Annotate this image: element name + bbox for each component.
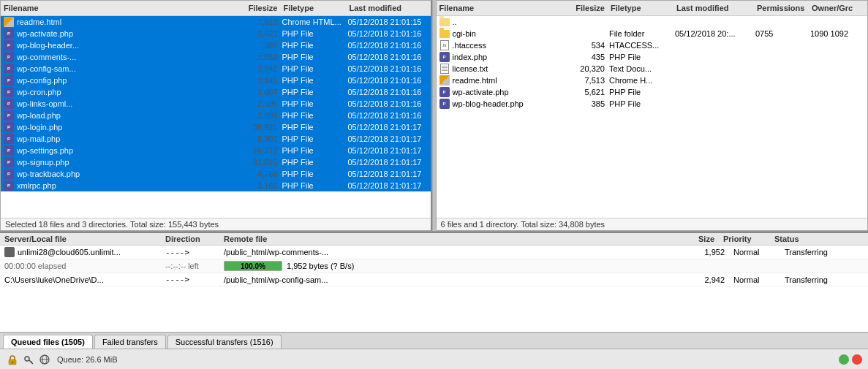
table-row[interactable]: P xmlrpc.php 3,165 PHP File 05/12/2018 2…: [1, 180, 431, 191]
table-row[interactable]: cgi-bin File folder 05/12/2018 20:... 07…: [437, 28, 868, 39]
file-size: 4,766: [243, 170, 281, 178]
file-type: Chrome H...: [608, 76, 673, 85]
file-icon: P: [438, 99, 451, 109]
file-modified: 05/12/2018 21:01:16: [347, 53, 431, 61]
file-name: wp-load.php: [15, 111, 243, 120]
svg-point-1: [12, 361, 14, 363]
right-col-permissions[interactable]: Permissions: [754, 2, 809, 14]
right-col-modified[interactable]: Last modified: [673, 2, 754, 14]
progress-bar: 100.0%: [224, 261, 282, 271]
transfer-row[interactable]: C:\Users\luke\OneDrive\D... ----> /publi…: [0, 273, 868, 286]
table-row[interactable]: P wp-config-sam... 2,942 PHP File 05/12/…: [1, 63, 431, 75]
table-row[interactable]: P wp-comments-... 1,952 PHP File 05/12/2…: [1, 51, 431, 63]
file-size: 1,952: [243, 53, 281, 61]
table-row[interactable]: P wp-login.php 38,921 PHP File 05/12/201…: [1, 121, 431, 133]
file-icon: P: [438, 87, 451, 97]
table-row[interactable]: P wp-config.php 3,145 PHP File 05/12/201…: [1, 75, 431, 86]
file-type: PHP File: [281, 53, 347, 61]
file-size: 8,301: [243, 134, 281, 143]
table-row[interactable]: license.txt 20,320 Text Docu...: [437, 63, 868, 75]
file-name: wp-config-sam...: [15, 64, 243, 73]
right-status-bar: 6 files and 1 directory. Total size: 34,…: [437, 218, 868, 230]
file-name: wp-config.php: [15, 76, 243, 85]
table-row[interactable]: P wp-activate.php 5,621 PHP File: [437, 86, 868, 98]
svg-point-2: [25, 357, 29, 361]
table-row[interactable]: ..: [437, 16, 868, 28]
table-row[interactable]: P wp-load.php 3,399 PHP File 05/12/2018 …: [1, 110, 431, 121]
file-size: 5,621: [565, 88, 608, 96]
transfer-col-status: Status: [770, 234, 858, 244]
file-type: PHP File: [281, 146, 347, 155]
file-name: wp-settings.php: [15, 146, 243, 155]
transfer-col-direction: Direction: [161, 234, 219, 244]
right-file-list[interactable]: .. cgi-bin File folder 05/12/2018 20:...…: [437, 16, 868, 218]
table-row[interactable]: P wp-trackback.php 4,766 PHP File 05/12/…: [1, 168, 431, 180]
right-panel-wrapper: Filename Filesize Filetype Last modified…: [437, 0, 869, 231]
server-local-cell: C:\Users\luke\OneDrive\D...: [0, 275, 161, 285]
tab-item[interactable]: Successful transfers (1516): [167, 335, 282, 349]
server-local-cell: unlimi28@cloud605.unlimit...: [0, 246, 161, 258]
file-name: wp-activate.php: [451, 88, 566, 96]
transfer-body[interactable]: unlimi28@cloud605.unlimit... ----> /publ…: [0, 246, 868, 332]
file-modified: 05/12/2018 21:01:16: [347, 99, 431, 108]
table-row[interactable]: .ht .htaccess 534 HTACCESS...: [437, 39, 868, 51]
left-col-filename[interactable]: Filename: [1, 2, 243, 14]
status-text: [780, 265, 868, 267]
left-file-list[interactable]: readme.html 7,513 Chrome HTML... 05/12/2…: [1, 16, 431, 218]
file-name: index.php: [451, 53, 566, 61]
table-row[interactable]: P wp-blog-header... 385 PHP File 05/12/2…: [1, 39, 431, 51]
right-col-filename[interactable]: Filename: [437, 2, 566, 14]
progress-text: 100.0%: [224, 262, 282, 270]
file-name: wp-activate.php: [15, 29, 243, 38]
right-col-filesize[interactable]: Filesize: [565, 2, 608, 14]
file-size: 3,165: [243, 181, 281, 190]
table-row[interactable]: P wp-activate.php 5,621 PHP File 05/12/2…: [1, 28, 431, 39]
file-modified: 05/12/2018 20:...: [673, 29, 754, 38]
table-row[interactable]: readme.html 7,513 Chrome H...: [437, 75, 868, 86]
server-icon: [38, 353, 51, 366]
file-icon: P: [2, 157, 15, 167]
transfer-header: Server/Local file Direction Remote file …: [0, 233, 868, 246]
file-icon: P: [2, 99, 15, 109]
svg-line-4: [31, 362, 32, 362]
file-type: PHP File: [608, 88, 673, 96]
table-row[interactable]: P wp-cron.php 3,807 PHP File 05/12/2018 …: [1, 86, 431, 98]
file-icon: P: [2, 64, 15, 74]
tab-item[interactable]: Failed transfers: [94, 335, 166, 349]
right-col-filetype[interactable]: Filetype: [608, 2, 673, 14]
file-modified: 05/12/2018 21:01:17: [347, 146, 431, 155]
file-modified: 05/12/2018 21:01:15: [347, 18, 431, 26]
file-type: PHP File: [281, 134, 347, 143]
table-row[interactable]: P index.php 435 PHP File: [437, 51, 868, 63]
file-type: PHP File: [281, 64, 347, 73]
table-row[interactable]: P wp-mail.php 8,301 PHP File 05/12/2018 …: [1, 133, 431, 145]
file-size: 20,320: [565, 64, 608, 73]
file-icon: [438, 75, 451, 85]
file-size: 385: [243, 41, 281, 50]
file-size: 5,621: [243, 29, 281, 38]
right-col-owner[interactable]: Owner/Grc: [809, 2, 867, 14]
left-col-filetype[interactable]: Filetype: [281, 2, 347, 14]
left-col-filesize[interactable]: Filesize: [243, 2, 281, 14]
file-type: PHP File: [608, 99, 673, 108]
file-icon: P: [2, 40, 15, 50]
file-modified: 05/12/2018 21:01:16: [347, 76, 431, 85]
file-name: cgi-bin: [451, 29, 566, 38]
transfer-row[interactable]: 00:00:00 elapsed --:--:-- left 100.0% 1,…: [0, 259, 868, 273]
transfer-col-priority: Priority: [719, 234, 770, 244]
table-row[interactable]: P wp-signup.php 31,015 PHP File 05/12/20…: [1, 156, 431, 168]
table-row[interactable]: P wp-settings.php 16,717 PHP File 05/12/…: [1, 145, 431, 156]
transfer-section: Server/Local file Direction Remote file …: [0, 232, 868, 349]
left-col-modified[interactable]: Last modified: [347, 2, 431, 14]
transfer-row[interactable]: unlimi28@cloud605.unlimit... ----> /publ…: [0, 246, 868, 259]
file-name: readme.html: [15, 18, 243, 26]
table-row[interactable]: readme.html 7,513 Chrome HTML... 05/12/2…: [1, 16, 431, 28]
file-type: PHP File: [281, 158, 347, 167]
file-modified: 05/12/2018 21:01:16: [347, 29, 431, 38]
table-row[interactable]: P wp-blog-header.php 385 PHP File: [437, 98, 868, 110]
file-modified: 05/12/2018 21:01:17: [347, 170, 431, 178]
file-icon: P: [2, 134, 15, 144]
green-dot: [839, 354, 849, 365]
tab-item[interactable]: Queued files (1505): [3, 335, 93, 349]
table-row[interactable]: P wp-links-opml... 2,505 PHP File 05/12/…: [1, 98, 431, 110]
